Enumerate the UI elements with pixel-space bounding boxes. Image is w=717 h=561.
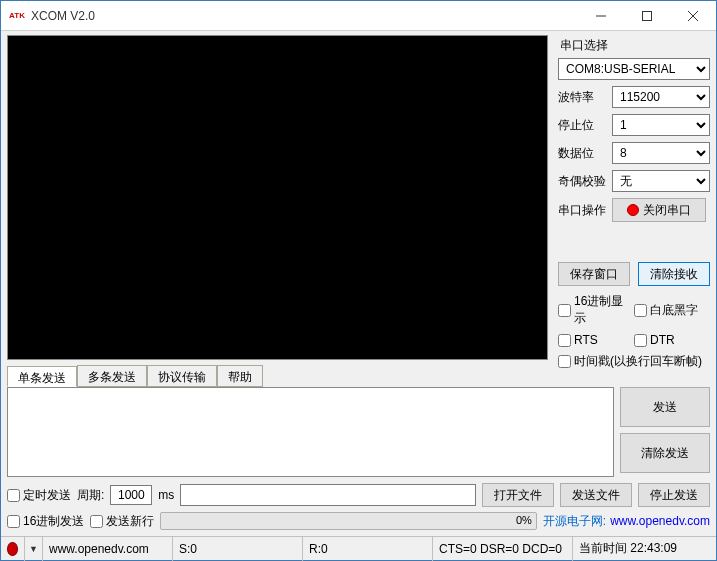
clear-send-button[interactable]: 清除发送 xyxy=(620,433,710,473)
window-title: XCOM V2.0 xyxy=(31,9,578,23)
app-logo-icon: ATK xyxy=(9,8,25,24)
send-button[interactable]: 发送 xyxy=(620,387,710,427)
timestamp-checkbox[interactable]: 时间戳(以换行回车断帧) xyxy=(558,353,710,370)
record-icon xyxy=(7,542,18,556)
toggle-port-button[interactable]: 关闭串口 xyxy=(612,198,706,222)
timed-send-checkbox[interactable]: 定时发送 xyxy=(7,487,71,504)
status-bar: ▼ www.openedv.com S:0 R:0 CTS=0 DSR=0 DC… xyxy=(1,536,716,560)
tab-help[interactable]: 帮助 xyxy=(217,365,263,386)
close-button[interactable] xyxy=(670,1,716,31)
databit-select[interactable]: 8 xyxy=(612,142,710,164)
chevron-down-icon: ▼ xyxy=(29,544,38,554)
send-newline-checkbox[interactable]: 发送新行 xyxy=(90,513,154,530)
send-textarea[interactable] xyxy=(7,387,614,477)
status-lines: CTS=0 DSR=0 DCD=0 xyxy=(433,537,573,561)
receive-terminal[interactable] xyxy=(7,35,548,360)
status-dropdown[interactable]: ▼ xyxy=(25,537,43,561)
maximize-icon xyxy=(642,11,652,21)
status-rx-count: R:0 xyxy=(303,537,433,561)
send-area: 发送 清除发送 xyxy=(7,387,710,477)
link-label: 开源电子网: xyxy=(543,513,606,530)
file-path-input[interactable] xyxy=(180,484,476,506)
port-op-label: 串口操作 xyxy=(558,202,612,219)
rts-checkbox[interactable]: RTS xyxy=(558,333,634,347)
website-link[interactable]: 开源电子网: www.openedv.com xyxy=(543,513,710,530)
databit-label: 数据位 xyxy=(558,145,612,162)
serial-config-panel: 串口选择 COM8:USB-SERIAL 波特率 115200 停止位 1 数据… xyxy=(558,35,710,373)
tab-single-send[interactable]: 单条发送 xyxy=(7,366,77,387)
parity-select[interactable]: 无 xyxy=(612,170,710,192)
period-input[interactable] xyxy=(110,485,152,505)
stopbit-label: 停止位 xyxy=(558,117,612,134)
port-status-icon xyxy=(627,204,639,216)
send-options-row-2: 16进制发送 发送新行 0% 开源电子网: www.openedv.com xyxy=(7,509,710,533)
baud-label: 波特率 xyxy=(558,89,612,106)
save-window-button[interactable]: 保存窗口 xyxy=(558,262,630,286)
titlebar: ATK XCOM V2.0 xyxy=(1,1,716,31)
period-unit: ms xyxy=(158,488,174,502)
status-tx-count: S:0 xyxy=(173,537,303,561)
tab-multi-send[interactable]: 多条发送 xyxy=(77,365,147,386)
port-section-label: 串口选择 xyxy=(560,37,710,54)
minimize-button[interactable] xyxy=(578,1,624,31)
clear-receive-button[interactable]: 清除接收 xyxy=(638,262,710,286)
tab-protocol[interactable]: 协议传输 xyxy=(147,365,217,386)
stopbit-select[interactable]: 1 xyxy=(612,114,710,136)
link-url: www.openedv.com xyxy=(610,514,710,528)
white-bg-checkbox[interactable]: 白底黑字 xyxy=(634,293,710,327)
hex-display-checkbox[interactable]: 16进制显示 xyxy=(558,293,634,327)
minimize-icon xyxy=(596,11,606,21)
parity-label: 奇偶校验 xyxy=(558,173,612,190)
app-window: ATK XCOM V2.0 串口选择 COM8:USB-SERIAL 波特率 1… xyxy=(0,0,717,561)
send-progress-bar: 0% xyxy=(160,512,536,530)
send-options-row-1: 定时发送 周期: ms 打开文件 发送文件 停止发送 xyxy=(7,483,710,507)
open-file-button[interactable]: 打开文件 xyxy=(482,483,554,507)
close-icon xyxy=(688,11,698,21)
status-url[interactable]: www.openedv.com xyxy=(43,537,173,561)
progress-percent: 0% xyxy=(516,514,532,526)
baud-select[interactable]: 115200 xyxy=(612,86,710,108)
maximize-button[interactable] xyxy=(624,1,670,31)
hex-send-checkbox[interactable]: 16进制发送 xyxy=(7,513,84,530)
status-record-button[interactable] xyxy=(1,537,25,561)
period-label: 周期: xyxy=(77,487,104,504)
status-time: 当前时间 22:43:09 xyxy=(573,537,716,561)
stop-send-button[interactable]: 停止发送 xyxy=(638,483,710,507)
send-file-button[interactable]: 发送文件 xyxy=(560,483,632,507)
svg-rect-1 xyxy=(643,11,652,20)
dtr-checkbox[interactable]: DTR xyxy=(634,333,710,347)
send-tabs: 单条发送 多条发送 协议传输 帮助 xyxy=(7,365,263,387)
window-body: 串口选择 COM8:USB-SERIAL 波特率 115200 停止位 1 数据… xyxy=(1,31,716,536)
port-op-text: 关闭串口 xyxy=(643,202,691,219)
port-select[interactable]: COM8:USB-SERIAL xyxy=(558,58,710,80)
